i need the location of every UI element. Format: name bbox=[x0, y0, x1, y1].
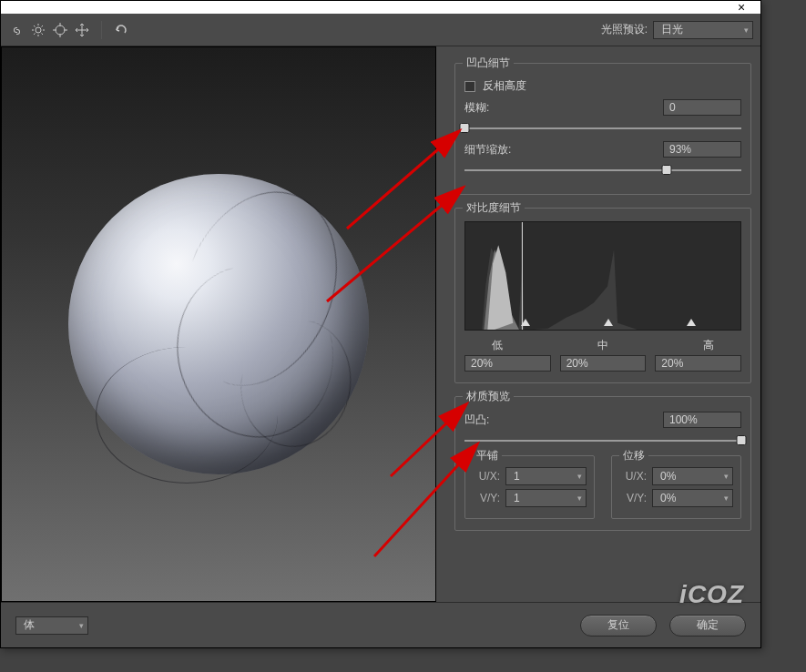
blur-label: 模糊: bbox=[464, 100, 489, 116]
svg-line-5 bbox=[34, 25, 36, 27]
material-bump-slider-thumb[interactable] bbox=[737, 435, 747, 445]
contrast-mid-input[interactable]: 20% bbox=[560, 355, 647, 372]
blur-slider-thumb[interactable] bbox=[460, 123, 470, 133]
offset-ux-dropdown[interactable]: 0%▾ bbox=[652, 467, 733, 485]
tile-subgroup: 平铺 U/X: 1▾ V/Y: 1▾ bbox=[464, 455, 595, 519]
contrast-low-label: 低 bbox=[492, 338, 503, 353]
footer-mode-dropdown[interactable]: 体▾ bbox=[15, 616, 88, 635]
undo-icon[interactable] bbox=[113, 22, 129, 38]
preview-pane bbox=[1, 46, 438, 602]
lighting-preset-value: 日光 bbox=[661, 22, 683, 37]
lighting-preset-dropdown[interactable]: 日光 ▾ bbox=[653, 21, 753, 39]
tile-ux-label: U/X: bbox=[473, 470, 500, 483]
preview-viewport[interactable] bbox=[1, 46, 436, 602]
contrast-detail-title: 对比度细节 bbox=[463, 200, 525, 216]
tile-vy-label: V/Y: bbox=[473, 492, 500, 504]
target-icon[interactable] bbox=[52, 22, 68, 38]
toolbar-separator bbox=[101, 21, 102, 39]
toolbar: 光照预设: 日光 ▾ bbox=[1, 14, 760, 46]
detail-scale-input[interactable]: 93% bbox=[663, 141, 741, 158]
offset-ux-label: U/X: bbox=[619, 470, 647, 483]
tile-vy-dropdown[interactable]: 1▾ bbox=[505, 489, 587, 507]
chevron-down-icon: ▾ bbox=[79, 621, 84, 630]
material-bump-input[interactable]: 100% bbox=[663, 412, 741, 428]
invert-height-label: 反相高度 bbox=[483, 78, 526, 94]
detail-scale-slider-thumb[interactable] bbox=[661, 165, 671, 175]
chevron-down-icon: ▾ bbox=[577, 494, 582, 503]
svg-line-7 bbox=[34, 33, 36, 35]
contrast-mid-label: 中 bbox=[597, 338, 608, 353]
material-bump-slider[interactable] bbox=[464, 433, 741, 448]
contrast-high-label: 高 bbox=[703, 338, 714, 353]
contrast-marker-low[interactable] bbox=[521, 319, 530, 326]
move-icon[interactable] bbox=[74, 22, 90, 38]
settings-panel: 凹凸细节 反相高度 模糊: 0 细节缩放: 93% bbox=[438, 46, 760, 602]
detail-scale-label: 细节缩放: bbox=[464, 142, 511, 158]
material-bump-label: 凹凸: bbox=[464, 412, 489, 428]
tile-ux-dropdown[interactable]: 1▾ bbox=[505, 467, 587, 485]
preview-sphere bbox=[68, 174, 369, 474]
offset-vy-dropdown[interactable]: 0%▾ bbox=[652, 489, 733, 507]
blur-input[interactable]: 0 bbox=[663, 99, 741, 116]
close-button[interactable]: × bbox=[722, 1, 760, 14]
detail-scale-slider[interactable] bbox=[464, 163, 741, 178]
dialog-titlebar: × bbox=[1, 1, 760, 14]
sun-icon[interactable] bbox=[30, 22, 46, 38]
material-preview-title: 材质预览 bbox=[463, 389, 514, 404]
svg-line-8 bbox=[42, 25, 44, 27]
invert-height-checkbox[interactable] bbox=[464, 81, 475, 92]
contrast-marker-high[interactable] bbox=[687, 319, 696, 326]
chevron-down-icon: ▾ bbox=[744, 25, 749, 35]
svg-line-6 bbox=[42, 33, 44, 35]
link-icon[interactable] bbox=[8, 22, 25, 38]
contrast-detail-group: 对比度细节 低 中 高 bbox=[454, 208, 751, 383]
material-preview-group: 材质预览 凹凸: 100% 平铺 U/X: 1▾ bbox=[454, 396, 751, 531]
contrast-low-input[interactable]: 20% bbox=[464, 355, 551, 372]
ok-button[interactable]: 确定 bbox=[669, 615, 746, 636]
dialog-window: × 光照预设: 日光 ▾ bbox=[0, 0, 761, 648]
contrast-marker-mid[interactable] bbox=[604, 319, 613, 326]
svg-point-0 bbox=[36, 27, 41, 33]
svg-point-9 bbox=[56, 25, 65, 35]
offset-title: 位移 bbox=[619, 448, 648, 463]
reset-button[interactable]: 复位 bbox=[580, 615, 657, 636]
offset-subgroup: 位移 U/X: 0%▾ V/Y: 0%▾ bbox=[611, 455, 741, 519]
bump-detail-title: 凹凸细节 bbox=[463, 56, 514, 71]
tile-title: 平铺 bbox=[473, 448, 502, 463]
contrast-high-input[interactable]: 20% bbox=[655, 355, 741, 372]
bump-detail-group: 凹凸细节 反相高度 模糊: 0 细节缩放: 93% bbox=[454, 63, 751, 195]
offset-vy-label: V/Y: bbox=[619, 492, 647, 504]
chevron-down-icon: ▾ bbox=[724, 472, 729, 481]
lighting-preset-label: 光照预设: bbox=[601, 22, 648, 37]
blur-slider[interactable] bbox=[464, 121, 741, 136]
dialog-footer: 体▾ 复位 确定 bbox=[1, 602, 760, 647]
chevron-down-icon: ▾ bbox=[724, 494, 729, 503]
contrast-histogram[interactable] bbox=[464, 221, 741, 331]
chevron-down-icon: ▾ bbox=[577, 472, 582, 481]
